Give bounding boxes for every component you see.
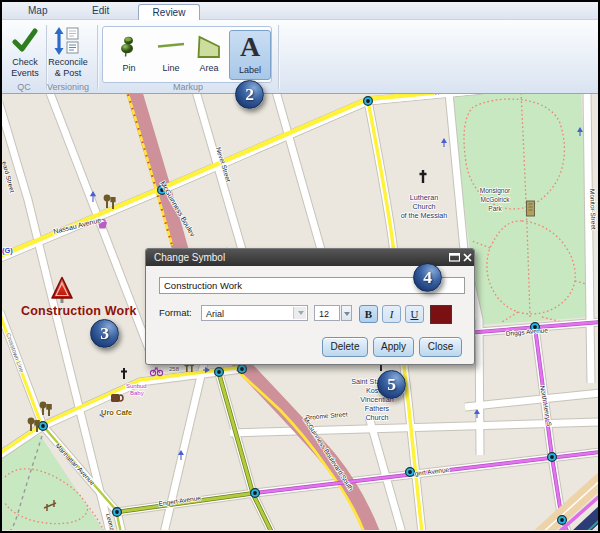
svg-text:Lutheran: Lutheran — [410, 193, 438, 202]
svg-text:of the Messiah: of the Messiah — [401, 211, 448, 220]
svg-text:258: 258 — [169, 366, 180, 372]
svg-text:Baby: Baby — [130, 390, 144, 396]
svg-text:Construction Work: Construction Work — [21, 304, 137, 318]
svg-text:Church: Church — [412, 202, 435, 211]
svg-text:McGolrick: McGolrick — [481, 196, 511, 203]
svg-text:Church: Church — [365, 413, 388, 422]
svg-text:Park: Park — [488, 205, 502, 212]
svg-text:Monsignor: Monsignor — [480, 187, 511, 195]
svg-text:Fathers: Fathers — [365, 404, 390, 413]
svg-text:(G): (G) — [2, 246, 13, 255]
svg-text:Sunbud: Sunbud — [126, 383, 147, 389]
svg-text:Uro Cafe: Uro Cafe — [101, 408, 132, 417]
svg-text:Monitor Street: Monitor Street — [589, 189, 597, 230]
